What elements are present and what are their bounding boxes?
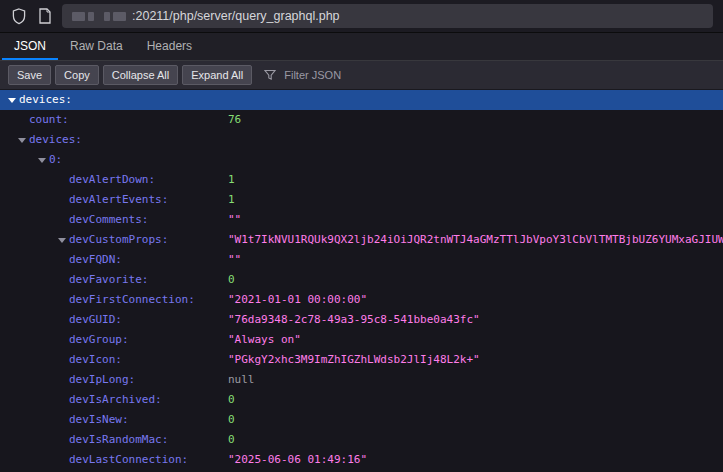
json-row-devLastConnection[interactable]: devLastConnection:"2025-06-06 01:49:16" xyxy=(0,450,723,470)
json-toolbar: Save Copy Collapse All Expand All xyxy=(0,61,723,90)
json-row-keycell: devIsRandomMac: xyxy=(0,430,228,450)
tab-json[interactable]: JSON xyxy=(2,33,58,60)
json-row-devIsNew[interactable]: devIsNew:0 xyxy=(0,410,723,430)
url-text: :20211/php/server/query_graphql.php xyxy=(132,9,340,23)
json-row-keycell: devGUID: xyxy=(0,310,228,330)
save-button[interactable]: Save xyxy=(8,65,51,85)
json-row-devIpLong[interactable]: devIpLong:null xyxy=(0,370,723,390)
json-row-keycell: devIsNew: xyxy=(0,410,228,430)
json-row-keycell: devFavorite: xyxy=(0,270,228,290)
json-key: devIcon: xyxy=(69,350,122,370)
json-row-keycell: devComments: xyxy=(0,210,228,230)
json-key: devGUID: xyxy=(69,310,122,330)
twisty-expand-icon[interactable] xyxy=(58,230,69,250)
json-value: "2025-06-06 01:49:16" xyxy=(228,450,723,470)
json-value: "2021-01-01 00:00:00" xyxy=(228,290,723,310)
json-viewer-tabbar: JSON Raw Data Headers xyxy=(0,33,723,61)
page-info-icon[interactable] xyxy=(32,3,58,29)
json-value: "PGkgY2xhc3M9ImZhIGZhLWdsb2JlIj48L2k+" xyxy=(228,350,723,370)
json-row-keycell: count: xyxy=(0,110,228,130)
json-row-count[interactable]: count:76 xyxy=(0,110,723,130)
tab-raw-data[interactable]: Raw Data xyxy=(58,33,135,60)
json-key: devIsNew: xyxy=(69,410,129,430)
json-row-keycell: devIcon: xyxy=(0,350,228,370)
twisty-expand-icon[interactable] xyxy=(18,130,29,150)
json-value: 76 xyxy=(228,110,723,130)
json-value: 1 xyxy=(228,170,723,190)
json-row-keycell: devIsArchived: xyxy=(0,390,228,410)
json-row-devices[interactable]: devices: xyxy=(0,130,723,150)
filter-json-wrap xyxy=(264,68,715,82)
json-key: devFQDN: xyxy=(69,250,122,270)
tab-raw-data-label: Raw Data xyxy=(70,39,123,53)
redacted-block xyxy=(113,12,126,21)
tab-headers[interactable]: Headers xyxy=(135,33,204,60)
tab-json-label: JSON xyxy=(14,39,46,53)
json-row-devIsArchived[interactable]: devIsArchived:0 xyxy=(0,390,723,410)
json-row-0[interactable]: 0: xyxy=(0,150,723,170)
json-value: "W1t7IkNVU1RQUk9QX2ljb24iOiJQR2tnWTJ4aGM… xyxy=(228,230,723,250)
json-row-devFavorite[interactable]: devFavorite:0 xyxy=(0,270,723,290)
json-value: 0 xyxy=(228,390,723,410)
json-key: devGroup: xyxy=(69,330,129,350)
json-row-keycell: devFQDN: xyxy=(0,250,228,270)
json-value: "76da9348-2c78-49a3-95c8-541bbe0a43fc" xyxy=(228,310,723,330)
collapse-all-button[interactable]: Collapse All xyxy=(103,65,178,85)
json-tree: devices:count:76devices:0:devAlertDown:1… xyxy=(0,90,723,472)
shield-icon[interactable] xyxy=(6,3,32,29)
json-key: devCustomProps: xyxy=(69,230,168,250)
json-value: 0 xyxy=(228,430,723,450)
json-row-keycell: devGroup: xyxy=(0,330,228,350)
json-value: 0 xyxy=(228,410,723,430)
json-key: devIpLong: xyxy=(69,370,135,390)
filter-icon xyxy=(264,69,276,81)
twisty-expand-icon[interactable] xyxy=(8,90,19,110)
json-row-keycell: 0: xyxy=(0,150,228,170)
json-row-devIsRandomMac[interactable]: devIsRandomMac:0 xyxy=(0,430,723,450)
json-key: devFirstConnection: xyxy=(69,290,195,310)
json-row-keycell: devLastConnection: xyxy=(0,450,228,470)
json-value: "" xyxy=(228,210,723,230)
json-row-keycell: devCustomProps: xyxy=(0,230,228,250)
json-row-keycell: devFirstConnection: xyxy=(0,290,228,310)
json-row-devCustomProps[interactable]: devCustomProps:"W1t7IkNVU1RQUk9QX2ljb24i… xyxy=(0,230,723,250)
redacted-block xyxy=(104,12,110,21)
json-row-devAlertEvents[interactable]: devAlertEvents:1 xyxy=(0,190,723,210)
json-row-keycell: devAlertDown: xyxy=(0,170,228,190)
expand-all-button[interactable]: Expand All xyxy=(182,65,252,85)
url-bar[interactable]: :20211/php/server/query_graphql.php xyxy=(62,4,713,28)
json-key: devices: xyxy=(19,90,72,110)
json-key: devFavorite: xyxy=(69,270,148,290)
json-row-devFirstConnection[interactable]: devFirstConnection:"2021-01-01 00:00:00" xyxy=(0,290,723,310)
json-row-devFQDN[interactable]: devFQDN:"" xyxy=(0,250,723,270)
json-row-keycell: devices: xyxy=(0,130,228,150)
redacted-block xyxy=(72,12,85,21)
json-row-devIcon[interactable]: devIcon:"PGkgY2xhc3M9ImZhIGZhLWdsb2JlIj4… xyxy=(0,350,723,370)
filter-json-input[interactable] xyxy=(282,68,486,82)
json-key: devIsRandomMac: xyxy=(69,430,168,450)
json-row-devAlertDown[interactable]: devAlertDown:1 xyxy=(0,170,723,190)
json-value: 0 xyxy=(228,270,723,290)
browser-chrome: :20211/php/server/query_graphql.php xyxy=(0,0,723,33)
copy-button[interactable]: Copy xyxy=(55,65,99,85)
json-row-keycell: devIpLong: xyxy=(0,370,228,390)
redacted-block xyxy=(88,12,94,21)
json-key: count: xyxy=(29,110,69,130)
json-key: devComments: xyxy=(69,210,148,230)
json-key: devAlertEvents: xyxy=(69,190,168,210)
json-value: null xyxy=(228,370,723,390)
json-key: devAlertDown: xyxy=(69,170,155,190)
json-row-devices[interactable]: devices: xyxy=(0,90,723,110)
json-key: devLastConnection: xyxy=(69,450,188,470)
tab-headers-label: Headers xyxy=(147,39,192,53)
json-row-devComments[interactable]: devComments:"" xyxy=(0,210,723,230)
json-value: "" xyxy=(228,250,723,270)
json-value: 1 xyxy=(228,190,723,210)
json-row-devGUID[interactable]: devGUID:"76da9348-2c78-49a3-95c8-541bbe0… xyxy=(0,310,723,330)
json-value: "Always on" xyxy=(228,330,723,350)
json-row-keycell: devices: xyxy=(0,90,228,110)
twisty-expand-icon[interactable] xyxy=(38,150,49,170)
json-key: devIsArchived: xyxy=(69,390,162,410)
json-row-devGroup[interactable]: devGroup:"Always on" xyxy=(0,330,723,350)
json-key: 0: xyxy=(49,150,62,170)
